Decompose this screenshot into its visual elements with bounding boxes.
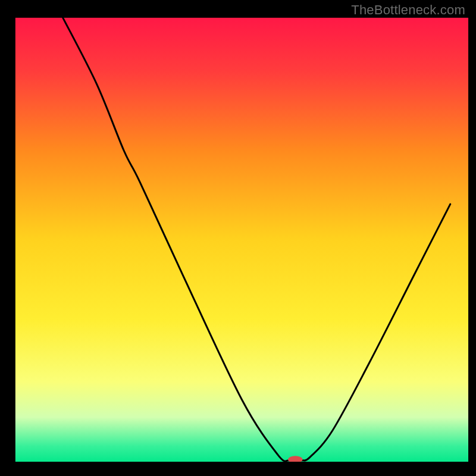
chart-frame-part-1: [0, 462, 476, 476]
plot-background: [15, 18, 469, 462]
watermark-text: TheBottleneck.com: [351, 2, 465, 18]
chart-svg: [0, 0, 476, 476]
chart-frame-part-2: [0, 0, 15, 476]
chart-container: TheBottleneck.com: [0, 0, 476, 476]
chart-frame-part-3: [468, 0, 476, 476]
